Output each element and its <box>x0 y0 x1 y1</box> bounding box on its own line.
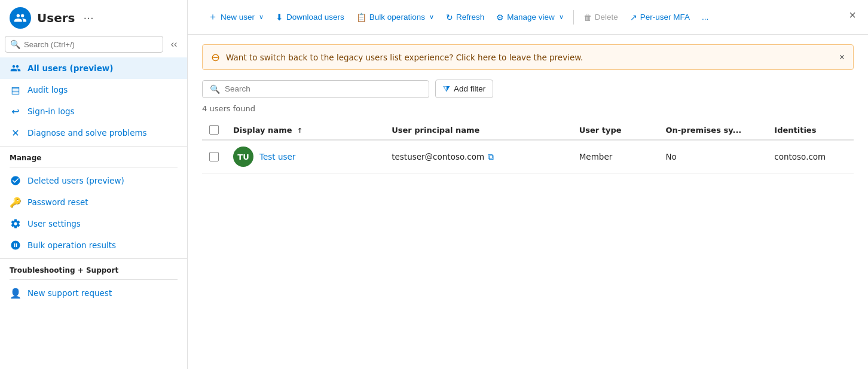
refresh-icon: ↻ <box>446 13 453 22</box>
sidebar-item-user-settings[interactable]: User settings <box>0 213 187 234</box>
user-type-cell: Member <box>572 140 659 173</box>
sidebar-item-label: Diagnose and solve problems <box>27 128 147 138</box>
sidebar-item-sign-in-logs[interactable]: ↩ Sign-in logs <box>0 100 187 122</box>
upn-cell: testuser@contoso.com ⧉ <box>384 140 571 173</box>
manage-view-button[interactable]: ⚙ Manage view ∨ <box>490 9 570 26</box>
sidebar-item-label: Audit logs <box>27 85 68 94</box>
search-filter-row: 🔍 ⧩ Add filter <box>202 80 854 98</box>
sidebar-collapse-button[interactable]: ‹‹ <box>166 36 182 53</box>
download-icon: ⬇ <box>276 12 283 23</box>
search-icon: 🔍 <box>10 39 20 49</box>
new-user-button[interactable]: ＋ New user ∨ <box>202 7 270 27</box>
sidebar-item-label: Password reset <box>27 197 88 207</box>
user-cell: TU Test user <box>233 147 377 167</box>
user-type-header[interactable]: User type <box>572 120 659 140</box>
sidebar-item-label: New support request <box>27 288 112 298</box>
sidebar-item-deleted-users[interactable]: Deleted users (preview) <box>0 170 187 191</box>
more-options-button[interactable]: ... <box>696 9 714 25</box>
mfa-icon: ↗ <box>630 13 637 22</box>
add-filter-button[interactable]: ⧩ Add filter <box>435 80 493 98</box>
users-table: Display name ↑ User principal name User … <box>202 120 854 173</box>
app-icon <box>10 7 31 29</box>
table-header: Display name ↑ User principal name User … <box>202 120 854 140</box>
bulk-results-icon <box>10 239 22 251</box>
sidebar-item-new-support-request[interactable]: 👤 New support request <box>0 282 187 304</box>
search-input[interactable] <box>225 84 421 93</box>
sidebar-search-row: 🔍 ‹‹ <box>0 33 187 57</box>
toolbar-separator <box>573 10 574 25</box>
filter-icon: ⧩ <box>443 84 450 94</box>
sidebar-item-password-reset[interactable]: 🔑 Password reset <box>0 191 187 213</box>
delete-icon: 🗑 <box>583 13 592 22</box>
troubleshooting-divider <box>10 279 178 280</box>
display-name-cell: TU Test user <box>226 140 384 173</box>
sidebar-item-label: All users (preview) <box>27 63 113 73</box>
sidebar-item-label: Sign-in logs <box>27 106 75 116</box>
select-all-header <box>202 120 226 140</box>
user-type-value: Member <box>579 152 613 161</box>
search-box[interactable]: 🔍 <box>202 80 429 98</box>
users-icon <box>10 62 22 74</box>
bulk-ops-icon: 📋 <box>356 13 366 22</box>
identities-value: contoso.com <box>774 152 826 161</box>
delete-button[interactable]: 🗑 Delete <box>577 9 624 26</box>
toolbar: ＋ New user ∨ ⬇ Download users 📋 Bulk ope… <box>188 0 868 35</box>
search-icon: 🔍 <box>210 84 220 94</box>
sidebar-search-box[interactable]: 🔍 <box>5 36 163 53</box>
more-icon: ... <box>702 13 708 22</box>
user-display-name-link[interactable]: Test user <box>259 152 295 161</box>
sidebar-item-bulk-operation-results[interactable]: Bulk operation results <box>0 234 187 256</box>
signin-icon: ↩ <box>10 105 22 117</box>
refresh-button[interactable]: ↻ Refresh <box>440 9 490 26</box>
sidebar-nav: All users (preview) ▤ Audit logs ↩ Sign-… <box>0 57 187 144</box>
download-users-button[interactable]: ⬇ Download users <box>270 8 350 26</box>
page-title: Users <box>37 11 75 25</box>
diagnose-icon: ✕ <box>10 127 22 139</box>
upn-header[interactable]: User principal name <box>384 120 571 140</box>
identities-cell: contoso.com <box>767 140 854 173</box>
sidebar-item-all-users[interactable]: All users (preview) <box>0 57 187 79</box>
manage-view-icon: ⚙ <box>496 13 504 22</box>
row-checkbox-cell <box>202 140 226 173</box>
table-body: TU Test user testuser@contoso.com ⧉ Memb… <box>202 140 854 173</box>
copy-icon[interactable]: ⧉ <box>488 152 494 162</box>
sidebar-item-label: Bulk operation results <box>27 240 116 250</box>
select-all-checkbox[interactable] <box>209 125 219 135</box>
avatar: TU <box>233 147 253 167</box>
manage-divider <box>10 167 178 167</box>
troubleshooting-section-label: Troubleshooting + Support <box>0 258 187 277</box>
close-window-button[interactable]: × <box>849 8 856 22</box>
table-row: TU Test user testuser@contoso.com ⧉ Memb… <box>202 140 854 173</box>
banner-icon: ⊖ <box>211 51 220 63</box>
results-count: 4 users found <box>202 104 854 113</box>
manage-section-label: Manage <box>0 146 187 164</box>
preview-banner: ⊖ Want to switch back to the legacy user… <box>202 44 854 70</box>
sidebar-header: Users ··· <box>0 0 187 33</box>
support-icon: 👤 <box>10 287 22 299</box>
sort-asc-icon: ↑ <box>297 127 302 135</box>
sidebar-search-input[interactable] <box>24 40 158 49</box>
settings-icon <box>10 218 22 230</box>
bulk-operations-button[interactable]: 📋 Bulk operations ∨ <box>350 9 440 26</box>
banner-close-button[interactable]: × <box>839 52 845 63</box>
plus-icon: ＋ <box>208 11 218 23</box>
sidebar-item-diagnose[interactable]: ✕ Diagnose and solve problems <box>0 122 187 144</box>
new-user-chevron: ∨ <box>259 13 264 21</box>
bulk-ops-chevron: ∨ <box>429 13 434 21</box>
per-user-mfa-button[interactable]: ↗ Per-user MFA <box>624 9 696 26</box>
on-premises-cell: No <box>658 140 767 173</box>
title-more-button[interactable]: ··· <box>83 12 93 25</box>
password-icon: 🔑 <box>10 196 22 208</box>
upn-value: testuser@contoso.com <box>392 152 484 161</box>
manage-view-chevron: ∨ <box>559 13 564 21</box>
on-premises-value: No <box>665 152 676 161</box>
on-premises-header[interactable]: On-premises sy... <box>658 120 767 140</box>
identities-header[interactable]: Identities <box>767 120 854 140</box>
sidebar-item-label: Deleted users (preview) <box>27 176 124 185</box>
audit-icon: ▤ <box>10 84 22 96</box>
display-name-header[interactable]: Display name ↑ <box>226 120 384 140</box>
sidebar-item-audit-logs[interactable]: ▤ Audit logs <box>0 79 187 100</box>
banner-text: Want to switch back to the legacy users … <box>226 53 583 62</box>
row-checkbox[interactable] <box>209 152 219 161</box>
sidebar: Users ··· 🔍 ‹‹ All users (preview) ▤ Aud… <box>0 0 188 369</box>
